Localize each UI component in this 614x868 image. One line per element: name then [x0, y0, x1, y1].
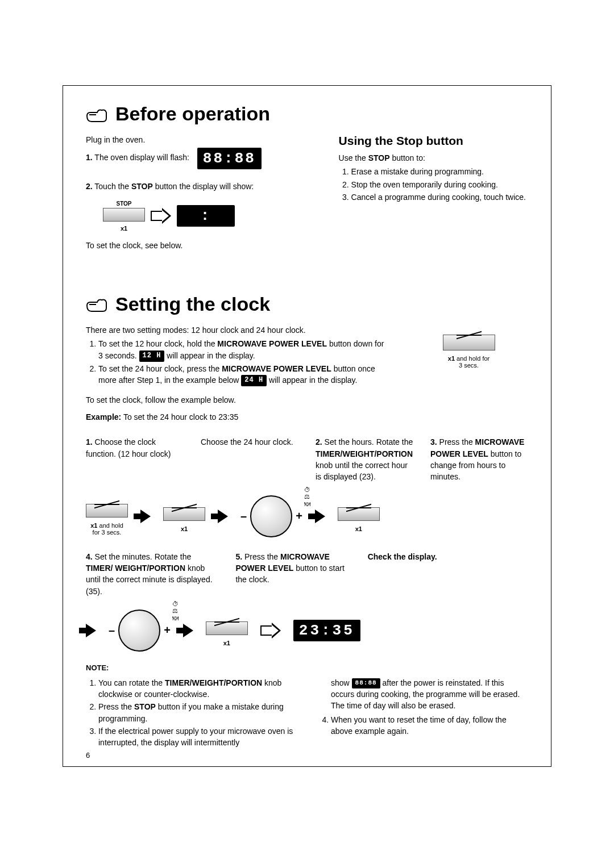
step1b-text: Choose the 24 hour clock. — [201, 436, 298, 485]
arrow-outline-icon — [260, 623, 281, 639]
level-slash-icon — [343, 500, 375, 508]
arrow-right-icon — [218, 510, 228, 523]
fig-step4-dial: – + ⏱⚖🍽 — [109, 610, 171, 652]
display-12h: 12 H — [139, 350, 165, 361]
arrow-outline-icon — [151, 208, 171, 224]
dial-knob — [250, 495, 292, 537]
note-3-cont: show 88:88 after the power is reinstated… — [331, 677, 528, 712]
note-list-left: You can rotate the TIMER/WEIGHT/PORTION … — [86, 677, 296, 749]
arrow-right-icon — [315, 510, 325, 523]
display-flash: 88:88 — [197, 148, 262, 169]
stop-button-graphic — [103, 208, 145, 222]
display-8888-inline: 88:88 — [352, 678, 380, 688]
item2-stop: STOP — [131, 182, 153, 191]
stop-usage-list: Erase a mistake during programming. Stop… — [339, 166, 528, 203]
section1-title: Before operation — [115, 103, 270, 125]
using-stop-heading: Using the Stop button — [339, 134, 528, 148]
example-label: Example: — [86, 412, 121, 422]
note-heading: NOTE: — [86, 663, 528, 674]
item2-row: 2. Touch the STOP button the display wil… — [86, 181, 316, 192]
pl-button-graphic — [206, 621, 248, 635]
use-stop-lead: Use the STOP button to: — [339, 152, 528, 164]
clock-intro: There are two setting modes: 12 hour clo… — [86, 324, 387, 336]
check-display-text: Check the display. — [368, 551, 528, 599]
example-text: To set the 24 hour clock to 23:35 — [121, 412, 238, 422]
item2-pre: Touch the — [94, 182, 131, 191]
pl-button-graphic — [163, 507, 205, 521]
arrow-right-icon — [183, 624, 193, 637]
note-1: You can rotate the TIMER/WEIGHT/PORTION … — [98, 677, 296, 700]
level-slash-icon — [168, 500, 200, 508]
item1-row: 1. The oven display will flash: — [86, 152, 189, 163]
level-slash-icon — [453, 328, 485, 336]
use-stop-pre: Use the — [339, 153, 368, 162]
level-slash-icon — [91, 497, 123, 505]
plug-in-text: Plug in the oven. — [86, 134, 316, 145]
dial-mode-icons: ⏱⚖🍽 — [304, 486, 310, 507]
use-stop-post: button to: — [390, 153, 425, 162]
mode-12h: To set the 12 hour clock, hold the MICRO… — [98, 338, 387, 361]
level-slash-icon — [211, 615, 243, 623]
stop-li-2: Stop the oven temporarily during cooking… — [351, 179, 528, 190]
note-3: If the electrical power supply to your m… — [98, 725, 296, 749]
set-clock-below: To set the clock, see below. — [86, 240, 316, 251]
step4-text: 4. Set the minutes. Rotate the TIMER/ WE… — [86, 551, 218, 599]
fig-step1a: x1 and holdfor 3 secs. — [86, 497, 128, 536]
fig-step3: x1 — [338, 500, 380, 532]
stop-x1: x1 — [121, 225, 127, 232]
example-line: Example: To set the 24 hour clock to 23:… — [86, 411, 387, 423]
fig-step5: x1 — [206, 615, 248, 646]
power-level-button-fig — [443, 328, 495, 350]
page-number: 6 — [86, 751, 90, 760]
section2-title: Setting the clock — [115, 293, 270, 315]
item2-post: button the display will show: — [153, 182, 254, 191]
arrow-right-icon — [140, 510, 151, 523]
item1-text: The oven display will flash: — [94, 153, 189, 162]
step5-text: 5. Press the MICROWAVE POWER LEVEL butto… — [235, 551, 350, 599]
dial-minus: – — [109, 624, 115, 637]
hand-point-icon — [86, 106, 109, 122]
pl-button-graphic — [338, 507, 380, 521]
page: Before operation Plug in the oven. 1. Th… — [63, 85, 551, 767]
dial-mode-icons: ⏱⚖🍽 — [172, 600, 179, 621]
pl-hold-caption: x1 and hold for 3 secs. — [409, 355, 528, 369]
step1-text: 1. Choose the clock function. (12 hour c… — [86, 436, 184, 485]
step2-text: 2. Set the hours. Rotate the TIMER/WEIGH… — [316, 436, 413, 485]
display-result: 23:35 — [293, 620, 360, 641]
fig-step1b: x1 — [163, 500, 205, 532]
display-24h: 24 H — [241, 375, 267, 386]
note-4: When you want to reset the time of day, … — [331, 714, 528, 737]
pl-button-graphic — [86, 504, 128, 518]
fig-step2-dial: – + ⏱⚖🍽 — [240, 495, 302, 537]
dial-knob — [118, 610, 160, 652]
power-level-button-graphic — [443, 335, 495, 350]
note-list-right: When you want to reset the time of day, … — [318, 714, 528, 737]
hand-point-icon — [86, 296, 109, 312]
dial-minus: – — [240, 510, 247, 523]
note-2: Press the STOP button if you make a mist… — [98, 701, 296, 724]
arrow-right-icon — [86, 624, 96, 637]
stop-li-3: Cancel a programme during cooking, touch… — [351, 191, 528, 203]
stop-li-1: Erase a mistake during programming. — [351, 166, 528, 177]
display-colon: : — [177, 205, 235, 227]
section2-heading: Setting the clock — [86, 293, 528, 315]
clock-mode-list: To set the 12 hour clock, hold the MICRO… — [86, 338, 387, 386]
stop-button-fig: STOP x1 — [103, 201, 145, 232]
follow-example: To set the clock, follow the example bel… — [86, 394, 387, 406]
use-stop-stop: STOP — [368, 153, 390, 162]
stop-button-label: STOP — [116, 201, 131, 207]
step3-text: 3. Press the MICROWAVE POWER LEVEL butto… — [430, 436, 528, 485]
dial-plus: + — [164, 624, 171, 637]
dial-plus: + — [296, 510, 302, 523]
mode-24h: To set the 24 hour clock, press the MICR… — [98, 363, 387, 386]
section1-heading: Before operation — [86, 103, 528, 125]
